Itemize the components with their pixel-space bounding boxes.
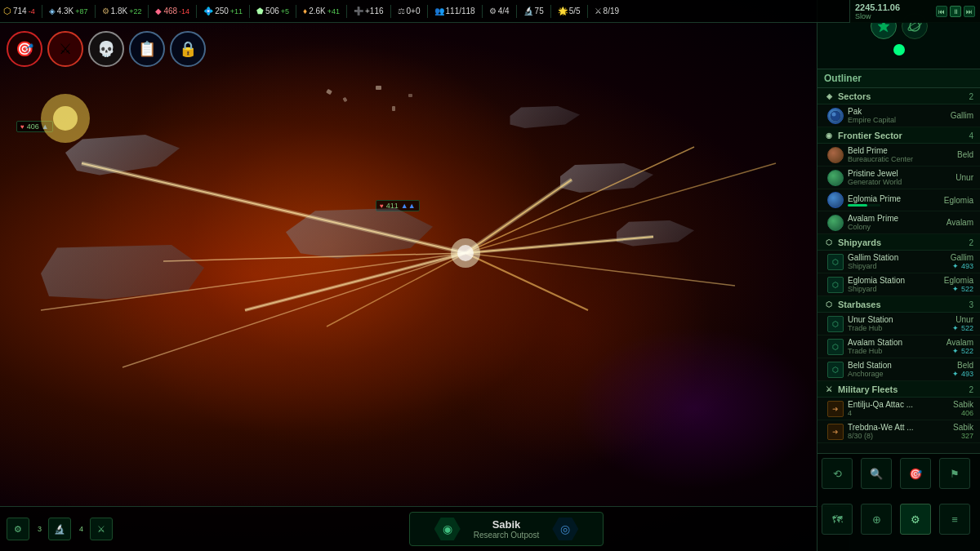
unur-station-system: Unur [952, 315, 973, 324]
eglomia-right: Eglomia [944, 196, 973, 205]
energy-delta: -4 [29, 7, 35, 16]
entity-name: Sabik [474, 518, 540, 531]
mission-icon: 📋 [138, 40, 156, 58]
speed-up-button[interactable]: ⏭ [964, 6, 975, 17]
shipyards-label: Shipyards [838, 238, 881, 247]
eglomia-icon [827, 192, 844, 208]
br-icon-search[interactable]: 🔍 [861, 458, 892, 489]
section-header-starbases[interactable]: ⬡ Starbases 3 [817, 296, 980, 313]
research-value: 75 [535, 7, 544, 16]
ship-label-1[interactable]: ♥ 406 ▲ [16, 121, 53, 132]
resource-fleet: ⚙ 4/4 [489, 7, 510, 16]
outliner-item-beld-prime[interactable]: Beld Prime Bureaucratic Center Beld [817, 144, 980, 167]
beld-station-subtitle: Anchorage [848, 370, 948, 378]
entity-type: Research Outpost [474, 531, 540, 540]
resource-unity: 🌟 5/5 [558, 7, 581, 16]
starbases-icon: ⬡ [824, 300, 834, 309]
br-icon-settings[interactable]: ⚙ [900, 504, 931, 535]
eglomia-info: Eglomia Prime [848, 194, 940, 207]
avalam-station-subtitle: Trade Hub [848, 347, 942, 355]
outliner-item-pristine-jewel[interactable]: Pristine Jewel Generator World Unur [817, 167, 980, 189]
alloys-value: 1.8K [111, 7, 128, 16]
shipyards-header-left: ⬡ Shipyards [824, 238, 881, 247]
br-icon-flag[interactable]: ⚑ [939, 458, 970, 489]
rare-icon: 💠 [203, 7, 213, 16]
minerals-delta: +87 [75, 7, 87, 16]
bottom-badge-4: 4 [79, 525, 83, 533]
sectors-label: Sectors [838, 91, 871, 101]
sword-icon-bottom: ⚔ [97, 524, 105, 535]
event-icon-combat[interactable]: 🎯 [7, 31, 42, 67]
fleet-1-system: Sabik [953, 400, 973, 409]
skip-to-start-button[interactable]: ⏮ [936, 6, 947, 17]
ship-hp-1: 406 [27, 122, 39, 131]
pause-button[interactable]: ⏸ [950, 6, 961, 17]
asteroid-3 [376, 86, 381, 90]
outliner-item-fleet-1[interactable]: ➜ Entilju-Qa Attac ... 4 Sabik 406 [817, 398, 980, 420]
eglomia-station-system: Eglomia [944, 276, 973, 285]
game-viewport[interactable]: ♥ 406 ▲ ♥ 411 ▲▲ [0, 0, 849, 551]
event-icon-mission[interactable]: 📋 [129, 31, 165, 67]
event-icon-attack[interactable]: ⚔ [47, 31, 83, 67]
outliner-item-pak[interactable]: Pak Empire Capital Gallim [817, 104, 980, 127]
stability-value: 0+0 [407, 7, 421, 16]
status-dot[interactable] [893, 44, 905, 56]
outliner-item-beld-station[interactable]: ⬡ Beld Station Anchorage Beld ✦ 493 [817, 358, 980, 381]
health-icon: ♥ [20, 123, 24, 131]
bottom-settings-btn[interactable]: ⚙ [7, 518, 29, 540]
br-icon-recenter[interactable]: ⟲ [822, 458, 853, 489]
eglomia-progress-bar [848, 204, 880, 207]
br-icon-map[interactable]: 🗺 [822, 504, 853, 535]
eglomia-station-value: ✦ 522 [944, 285, 973, 293]
outliner-item-unur-station[interactable]: ⬡ Unur Station Trade Hub Unur ✦ 522 [817, 313, 980, 335]
sectors-header-left: ◈ Sectors [824, 91, 871, 101]
avalam-subtitle: Colony [848, 223, 942, 231]
volatile-icon: ⬟ [256, 7, 264, 16]
sections-header-sectors[interactable]: ◈ Sectors 2 [817, 88, 980, 104]
section-header-frontier[interactable]: ◉ Frontier Sector 4 [817, 127, 980, 144]
eglomia-station-subtitle: Shipyard [848, 285, 940, 293]
outliner-item-eglomia-station[interactable]: ⬡ Eglomia Station Shipyard Eglomia ✦ 522 [817, 273, 980, 296]
avalam-system: Avalam [947, 218, 973, 227]
unity-icon: 🌟 [558, 7, 568, 16]
br-icon-target[interactable]: 🎯 [900, 458, 931, 489]
beld-station-system: Beld [952, 361, 973, 370]
hud-sep-12 [550, 5, 551, 18]
hud-sep-10 [482, 5, 483, 18]
outliner-item-avalam-prime[interactable]: Avalam Prime Colony Avalam [817, 211, 980, 234]
hud-sep-7 [346, 5, 347, 18]
entity-hex-icon: ◉ [434, 518, 461, 540]
fleet-1-icon: ➜ [827, 401, 844, 417]
outliner-item-gallim-station[interactable]: ⬡ Gallim Station Shipyard Gallim ✦ 493 [817, 251, 980, 273]
event-icon-death[interactable]: 💀 [88, 31, 124, 67]
health-icon-2: ♥ [380, 202, 384, 210]
pristine-system: Unur [956, 173, 973, 182]
hud-sep-2 [95, 5, 96, 18]
section-header-shipyards[interactable]: ⬡ Shipyards 2 [817, 234, 980, 251]
resource-influence: ➕ +116 [354, 7, 384, 16]
eglomia-station-icon: ⬡ [827, 277, 844, 293]
outliner-item-avalam-station[interactable]: ⬡ Avalam Station Trade Hub Avalam ✦ 522 [817, 335, 980, 358]
pristine-right: Unur [956, 173, 973, 182]
event-icon-locked[interactable]: 🔒 [170, 31, 206, 67]
move-icon: ▲ [42, 122, 49, 131]
outliner-item-eglomia-prime[interactable]: Eglomia Prime Eglomia [817, 189, 980, 211]
resource-stability: ⚖ 0+0 [398, 7, 421, 16]
bottom-research-btn[interactable]: 🔬 [48, 518, 71, 540]
hud-sep-4 [196, 5, 197, 18]
eglomia-name: Eglomia Prime [848, 194, 940, 203]
section-header-military[interactable]: ⚔ Military Fleets 2 [817, 381, 980, 398]
bottom-combat-btn[interactable]: ⚔ [90, 518, 113, 540]
shipyards-icon: ⬡ [824, 238, 834, 247]
avalam-name: Avalam Prime [848, 214, 942, 223]
energy-value: 714 [13, 7, 27, 16]
resource-volatile: ⬟ 506 +5 [256, 7, 289, 16]
selected-entity-panel[interactable]: ◉ Sabik Research Outpost ◎ [409, 512, 604, 546]
pak-info: Pak Empire Capital [848, 107, 947, 124]
military-count: 2 [969, 385, 973, 394]
unur-station-right: Unur ✦ 522 [952, 315, 973, 332]
br-icon-menu[interactable]: ≡ [939, 504, 970, 535]
br-icon-layers[interactable]: ⊕ [861, 504, 892, 535]
hud-sep-5 [249, 5, 250, 18]
outliner-item-fleet-2[interactable]: ➜ Trebdna-We Att ... 8/30 (8) Sabik 327 [817, 420, 980, 443]
